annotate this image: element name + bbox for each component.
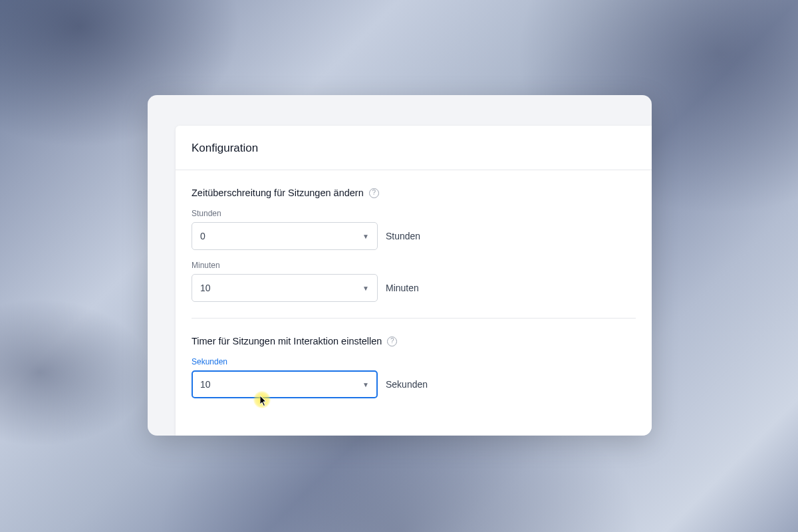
- hours-value: 0: [200, 231, 205, 241]
- seconds-suffix: Sekunden: [386, 379, 428, 390]
- chevron-down-icon: ▼: [362, 233, 369, 240]
- seconds-select[interactable]: 10 ▼: [192, 370, 378, 398]
- field-hours: Stunden 0 ▼ Stunden: [192, 209, 636, 250]
- minutes-suffix: Minuten: [386, 283, 419, 293]
- seconds-value: 10: [200, 379, 211, 390]
- config-card: Konfiguration Zeitüberschreitung für Sit…: [176, 126, 652, 436]
- field-label-seconds: Sekunden: [192, 357, 636, 366]
- field-row: 0 ▼ Stunden: [192, 222, 636, 250]
- section-title-row: Timer für Sitzungen mit Interaktion eins…: [192, 336, 636, 346]
- card-title: Konfiguration: [192, 142, 636, 155]
- card-body: Zeitüberschreitung für Sitzungen ändern …: [176, 170, 652, 414]
- help-icon[interactable]: ?: [387, 336, 397, 346]
- field-row: 10 ▼ Minuten: [192, 274, 636, 302]
- card-header: Konfiguration: [176, 126, 652, 170]
- chevron-down-icon: ▼: [362, 285, 369, 292]
- section-title-row: Zeitüberschreitung für Sitzungen ändern …: [192, 188, 636, 198]
- field-label-hours: Stunden: [192, 209, 636, 218]
- field-seconds: Sekunden 10 ▼ Sekunden: [192, 357, 636, 398]
- section-title: Timer für Sitzungen mit Interaktion eins…: [192, 336, 382, 346]
- help-icon[interactable]: ?: [369, 188, 379, 198]
- section-title: Zeitüberschreitung für Sitzungen ändern: [192, 188, 364, 198]
- chevron-down-icon: ▼: [362, 381, 369, 388]
- outer-panel: Konfiguration Zeitüberschreitung für Sit…: [148, 95, 652, 436]
- hours-suffix: Stunden: [386, 231, 420, 241]
- field-label-minutes: Minuten: [192, 261, 636, 270]
- hours-select[interactable]: 0 ▼: [192, 222, 378, 250]
- field-minutes: Minuten 10 ▼ Minuten: [192, 261, 636, 302]
- field-row: 10 ▼ Sekunden: [192, 370, 636, 398]
- section-interaction-timer: Timer für Sitzungen mit Interaktion eins…: [192, 318, 636, 414]
- section-session-timeout: Zeitüberschreitung für Sitzungen ändern …: [192, 170, 636, 318]
- minutes-select[interactable]: 10 ▼: [192, 274, 378, 302]
- minutes-value: 10: [200, 283, 211, 293]
